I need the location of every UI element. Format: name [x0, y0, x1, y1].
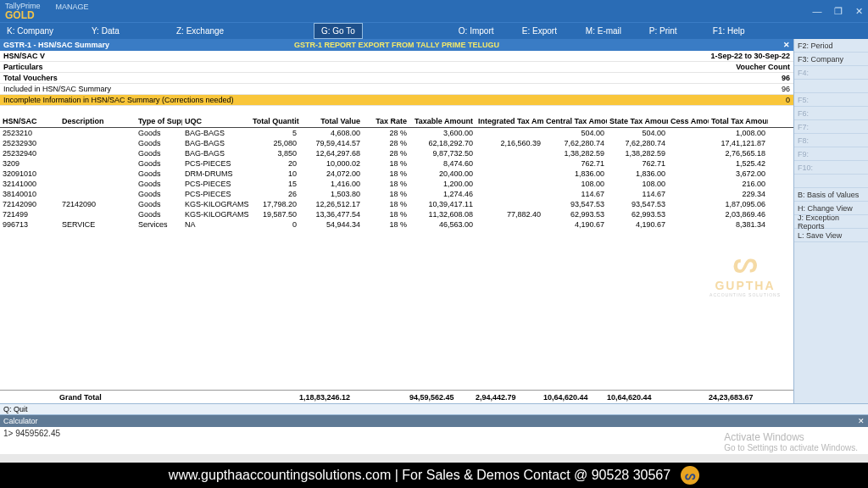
sub-row-hsn: HSN/SAC V 1-Sep-22 to 30-Sep-22: [0, 51, 793, 62]
minimize-icon[interactable]: —: [812, 6, 821, 16]
menu-export[interactable]: E: Export: [515, 23, 579, 39]
sidebar-item: F4:: [794, 66, 868, 80]
sub-row-total-vouchers: Total Vouchers 96: [0, 73, 793, 84]
title-bar: TallyPrime GOLD MANAGE — ❐ ✕: [0, 0, 868, 22]
menu-import[interactable]: O: Import: [452, 23, 515, 39]
promo-footer: www.gupthaaccountingsolutions.com | For …: [0, 463, 868, 488]
report-close-icon[interactable]: ✕: [783, 41, 790, 49]
sidebar-item[interactable]: J: Exception Reports: [794, 215, 868, 229]
menu-exchange[interactable]: Z: Exchange: [170, 23, 254, 39]
quit-bar: Q: Quit: [0, 403, 868, 415]
sub-row-included[interactable]: Included in HSN/SAC Summary 96: [0, 84, 793, 95]
sidebar-item: [794, 175, 868, 188]
manage-label[interactable]: MANAGE: [56, 0, 89, 11]
table-row[interactable]: 38140010GoodsPCS-PIECES261,503.8018 %1,2…: [0, 189, 793, 199]
table-row[interactable]: 32141000GoodsPCS-PIECES151,416.0018 %1,2…: [0, 179, 793, 189]
hsn-table: HSN/SAC Description Type of Supply UQC T…: [0, 106, 793, 230]
activate-windows-watermark: Activate Windows Go to Settings to activ…: [724, 431, 858, 452]
table-row[interactable]: 32091010GoodsDRM-DRUMS1024,072.0018 %20,…: [0, 169, 793, 179]
report-header: GSTR-1 - HSN/SAC Summary GSTR-1 REPORT E…: [0, 39, 793, 51]
sidebar-item: F8:: [794, 134, 868, 147]
footer-logo-icon: ᔕ: [681, 466, 699, 485]
sidebar-item: F7:: [794, 120, 868, 134]
sub-row-incomplete-warning[interactable]: Incomplete Information in HSN/SAC Summar…: [0, 95, 793, 106]
menu-bar: K: Company Y: Data Z: Exchange G: Go To …: [0, 22, 868, 39]
table-row[interactable]: 25232930GoodsBAG-BAGS25,08079,59,414.572…: [0, 138, 793, 148]
period-range: 1-Sep-22 to 30-Sep-22: [710, 52, 790, 60]
quit-button[interactable]: Q: Quit: [3, 405, 28, 413]
menu-company[interactable]: K: Company: [0, 23, 85, 39]
app-edition: GOLD: [5, 10, 41, 20]
sidebar-item: F5:: [794, 93, 868, 107]
sub-row-particulars: Particulars Voucher Count: [0, 62, 793, 73]
table-header: HSN/SAC Description Type of Supply UQC T…: [0, 106, 793, 128]
main-report-area: GSTR-1 - HSN/SAC Summary GSTR-1 REPORT E…: [0, 39, 793, 403]
table-row[interactable]: 3209GoodsPCS-PIECES2010,000.0218 %8,474.…: [0, 158, 793, 169]
maximize-icon[interactable]: ❐: [834, 6, 843, 16]
window-controls: — ❐ ✕: [802, 6, 863, 17]
menu-email[interactable]: M: E-mail: [579, 23, 643, 39]
menu-print[interactable]: P: Print: [643, 23, 706, 39]
sidebar-item: F9:: [794, 147, 868, 161]
menu-data[interactable]: Y: Data: [85, 23, 170, 39]
calculator-bar[interactable]: Calculator ✕: [0, 415, 868, 427]
sidebar-item[interactable]: B: Basis of Values: [794, 188, 868, 202]
calc-close-icon[interactable]: ✕: [858, 417, 865, 425]
report-title-center: GSTR-1 REPORT EXPORT FROM TALLY PRIME TE…: [294, 41, 499, 49]
watermark-logo: ᔕ GUPTHA ACCOUNTING SOLUTIONS: [709, 247, 781, 297]
right-sidebar: F2: PeriodF3: CompanyF4:F5:F6:F7:F8:F9:F…: [793, 39, 868, 403]
menu-goto[interactable]: G: Go To: [314, 23, 363, 39]
sidebar-item[interactable]: F2: Period: [794, 39, 868, 53]
sidebar-item: [794, 80, 868, 93]
table-row[interactable]: 2523210GoodsBAG-BAGS54,608.0028 %3,600.0…: [0, 128, 793, 138]
table-row[interactable]: 996713SERVICEServicesNA054,944.3418 %46,…: [0, 219, 793, 230]
table-row[interactable]: 25232940GoodsBAG-BAGS3,85012,64,297.6828…: [0, 148, 793, 158]
grand-total-row: Grand Total 1,18,83,246.12 94,59,562.45 …: [0, 390, 793, 403]
report-title: GSTR-1 - HSN/SAC Summary: [0, 41, 109, 49]
sidebar-item[interactable]: L: Save View: [794, 229, 868, 242]
sidebar-item[interactable]: F3: Company: [794, 53, 868, 66]
table-row[interactable]: 7214209072142090GoodsKGS-KILOGRAMS17,798…: [0, 199, 793, 209]
sidebar-item: F6:: [794, 107, 868, 120]
menu-help[interactable]: F1: Help: [706, 23, 757, 39]
table-row[interactable]: 721499GoodsKGS-KILOGRAMS19,587.5013,36,4…: [0, 209, 793, 219]
close-icon[interactable]: ✕: [855, 6, 863, 16]
table-body: 2523210GoodsBAG-BAGS54,608.0028 %3,600.0…: [0, 128, 793, 230]
sidebar-item: F10:: [794, 161, 868, 175]
